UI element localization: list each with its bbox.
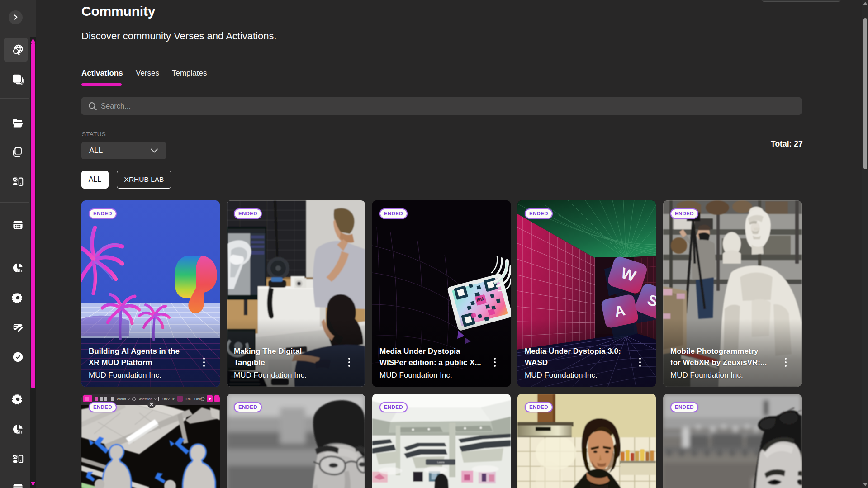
svg-text:World: World <box>117 397 126 401</box>
svg-text:0°: 0° <box>172 397 175 401</box>
svg-text:Laura: Laura <box>437 461 445 464</box>
svg-text:0 m: 0 m <box>185 397 191 401</box>
svg-text:1m: 1m <box>162 397 167 401</box>
